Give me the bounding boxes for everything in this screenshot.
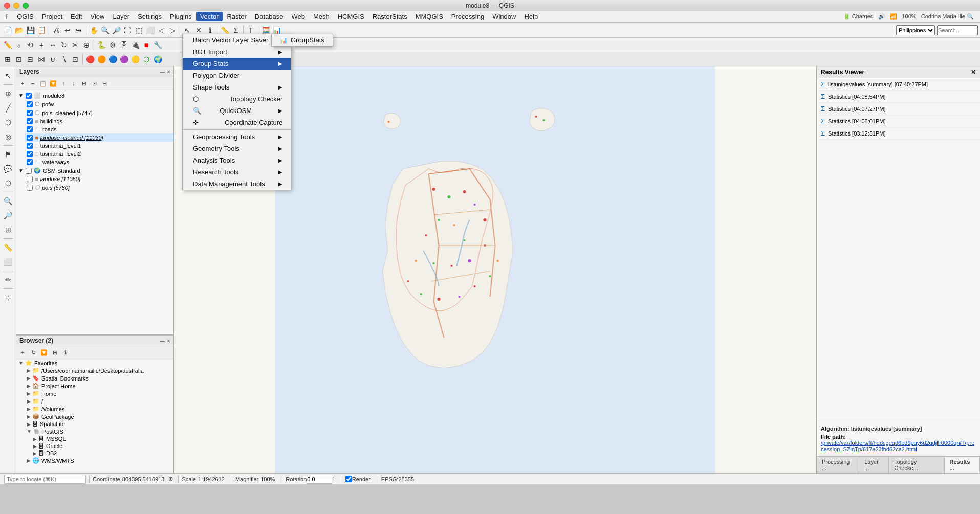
- digitize2-btn[interactable]: 🟠: [96, 54, 107, 65]
- new-project-btn[interactable]: 📄: [2, 25, 13, 36]
- menu-research-tools[interactable]: Research Tools ▶: [183, 166, 291, 178]
- collapse-all-btn[interactable]: ⊟: [100, 79, 109, 88]
- zoom-out-btn[interactable]: 🔎: [111, 25, 122, 36]
- browser-db2[interactable]: ▶ 🗄 DB2: [31, 450, 173, 457]
- layer-check-landuse-cleaned[interactable]: [27, 135, 33, 141]
- browser-filter-btn[interactable]: 🔽: [39, 348, 49, 357]
- menu-quickosm[interactable]: 🔍 QuickOSM ▶: [183, 105, 291, 117]
- measure-area-btn[interactable]: ⬜: [2, 255, 15, 269]
- menu-shape-tools[interactable]: Shape Tools ▶: [183, 81, 291, 93]
- pan-btn[interactable]: ✋: [88, 25, 99, 36]
- menu-group-stats[interactable]: Group Stats ▶: [183, 58, 291, 70]
- fullscreen-button[interactable]: [23, 3, 29, 9]
- move-feature-btn[interactable]: ⊹: [2, 291, 15, 304]
- menu-vector[interactable]: Vector: [196, 12, 223, 21]
- menu-plugins[interactable]: Plugins: [166, 12, 196, 21]
- browser-postgis[interactable]: ▼ 🐘 PostGIS: [25, 428, 173, 435]
- menu-qgis[interactable]: QGIS: [13, 12, 38, 21]
- layer-check-tasmania-level2[interactable]: [27, 151, 33, 157]
- browser-desktop[interactable]: ▶ 📁 /Users/codrinamariailie/Desktop/aust…: [25, 367, 173, 374]
- menu-topology-checker[interactable]: ⬡ Topology Checker: [183, 93, 291, 105]
- layer-waterways[interactable]: — waterways: [25, 158, 173, 166]
- locate-input[interactable]: [4, 475, 86, 484]
- rotate-btn[interactable]: ↻: [58, 39, 70, 51]
- menu-database[interactable]: Database: [251, 12, 288, 21]
- render-checkbox[interactable]: [345, 476, 352, 482]
- menu-geoprocessing[interactable]: Geoprocessing Tools ▶: [183, 131, 291, 143]
- save-as-btn[interactable]: 📋: [36, 25, 47, 36]
- result-item-1[interactable]: Σ Statistics [04:08:54PM]: [817, 91, 980, 103]
- menu-mmqgis[interactable]: MMQGIS: [411, 12, 447, 21]
- layer-pois[interactable]: ⬡ pois [5780]: [25, 183, 173, 192]
- browser-wms[interactable]: ▶ 🌐 WMS/WMTS: [25, 457, 173, 464]
- layer-check-buildings[interactable]: [27, 118, 33, 124]
- zoom-out-left-btn[interactable]: 🔎: [2, 209, 15, 222]
- browser-spatial-bookmarks[interactable]: ▶ 🔖 Spatial Bookmarks: [25, 374, 173, 382]
- zoom-in-left-btn[interactable]: 🔍: [2, 194, 15, 208]
- select-feature-btn[interactable]: ↖: [2, 69, 15, 82]
- undo-btn[interactable]: ↩: [62, 25, 73, 36]
- browser-favorites[interactable]: ▼ ⭐ Favorites: [16, 359, 173, 367]
- layer-tasmania-level1[interactable]: □ tasmania_level1: [25, 142, 173, 150]
- add-feature-btn[interactable]: +: [36, 39, 47, 51]
- layer-pois-cleaned[interactable]: ⬡ pois_cleaned [5747]: [25, 108, 173, 117]
- browser-project-home[interactable]: ▶ 🏠 Project Home: [25, 382, 173, 390]
- redo-btn[interactable]: ↪: [73, 25, 84, 36]
- result-item-4[interactable]: Σ Statistics [03:12:31PM]: [817, 127, 980, 140]
- layer-landuse-cleaned[interactable]: ■ landuse_cleaned [11030]: [25, 133, 173, 142]
- clip-btn[interactable]: ⊡: [70, 54, 81, 65]
- python-btn[interactable]: 🐍: [96, 39, 107, 51]
- layer-check-pofw[interactable]: [27, 101, 33, 107]
- remove-layer-btn[interactable]: −: [28, 79, 37, 88]
- processing-btn[interactable]: ⚙: [107, 39, 118, 51]
- form-tool-btn[interactable]: ⚑: [2, 148, 15, 161]
- browser-volumes[interactable]: ▶ 📁 /Volumes: [25, 405, 173, 413]
- layer-check-roads[interactable]: [27, 126, 33, 132]
- union-btn[interactable]: ∪: [47, 54, 58, 65]
- menu-settings[interactable]: Settings: [134, 12, 166, 21]
- browser-oracle[interactable]: ▶ 🗄 Oracle: [31, 442, 173, 450]
- browser-mssql[interactable]: ▶ 🗄 MSSQL: [31, 435, 173, 442]
- save-project-btn[interactable]: 💾: [25, 25, 36, 36]
- node-tool-btn[interactable]: ⬦: [13, 39, 25, 51]
- layer-check-waterways[interactable]: [27, 159, 33, 165]
- menu-analysis-tools[interactable]: Analysis Tools ▶: [183, 154, 291, 166]
- result-item-3[interactable]: Σ Statistics [04:05:01PM]: [817, 115, 980, 127]
- digitize5-btn[interactable]: 🟡: [129, 54, 141, 65]
- menu-data-management[interactable]: Data Management Tools ▶: [183, 178, 291, 190]
- print-btn[interactable]: 🖨: [51, 25, 62, 36]
- intersect-btn[interactable]: ⋈: [36, 54, 47, 65]
- zoom-full-left-btn[interactable]: ⊞: [2, 223, 15, 236]
- browser-minimize-btn[interactable]: —: [160, 338, 165, 344]
- zoom-in-btn[interactable]: 🔍: [99, 25, 111, 36]
- menu-rasterstats[interactable]: RasterStats: [368, 12, 411, 21]
- menu-raster[interactable]: Raster: [223, 12, 250, 21]
- layer-buildings[interactable]: ■ buildings: [25, 117, 173, 125]
- menu-web[interactable]: Web: [287, 12, 309, 21]
- tab-results[interactable]: Results ...: [945, 457, 980, 473]
- menu-coordinate-capture[interactable]: ✛ Coordinate Capture: [183, 117, 291, 128]
- layer-roads[interactable]: — roads: [25, 125, 173, 133]
- open-project-btn[interactable]: 📂: [13, 25, 25, 36]
- open-attr-btn[interactable]: 📋: [38, 79, 48, 88]
- menu-processing[interactable]: Processing: [447, 12, 488, 21]
- results-close-btn[interactable]: ✕: [971, 69, 976, 76]
- filter-layer-btn[interactable]: 🔽: [49, 79, 58, 88]
- browser-geopackage[interactable]: ▶ 📦 GeoPackage: [25, 413, 173, 420]
- apple-menu[interactable]: : [2, 13, 13, 21]
- result-item-2[interactable]: Σ Statistics [04:07:27PM]: [817, 103, 980, 115]
- tab-layer[interactable]: Layer ...: [859, 457, 889, 473]
- coordinate-input[interactable]: [937, 25, 978, 35]
- menu-mesh[interactable]: Mesh: [309, 12, 334, 21]
- layer-pofw[interactable]: ⬡ pofw: [25, 100, 173, 108]
- epsg-label[interactable]: EPSG:28355: [381, 476, 414, 482]
- browser-add-btn[interactable]: +: [18, 348, 27, 357]
- group-check-osm[interactable]: [26, 168, 32, 174]
- file-path-link[interactable]: /private/var/folders/ft/hddcgdqd6bd9pqy6…: [821, 440, 976, 452]
- zoom-selection-btn[interactable]: ⬜: [144, 25, 156, 36]
- add-ring-btn[interactable]: ◎: [2, 130, 15, 143]
- topology-btn[interactable]: ⊟: [25, 54, 36, 65]
- expand-all-btn[interactable]: ⊡: [90, 79, 99, 88]
- browser-home[interactable]: ▶ 📁 Home: [25, 390, 173, 397]
- plugin2-btn[interactable]: 🔧: [152, 39, 163, 51]
